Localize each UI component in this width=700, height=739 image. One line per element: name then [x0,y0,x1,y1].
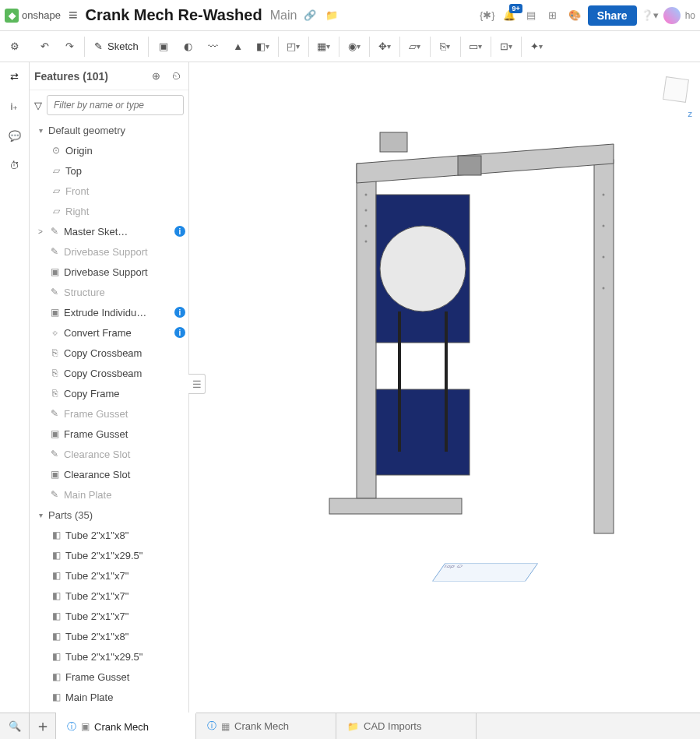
part-item[interactable]: ◧Tube 2"x1"x8" [30,626,188,646]
right-plane-item[interactable]: ▱Right [30,201,188,221]
document-title[interactable]: Crank Mech Re-Washed [86,6,262,24]
feature-item[interactable]: ▣Drivebase Support [30,262,188,282]
feature-item[interactable]: ⎘Copy Crossbeam [30,363,188,383]
sketch-label: Sketch [107,40,139,52]
sketch-button[interactable]: ✎ Sketch [88,35,145,58]
feature-filter-input[interactable] [47,95,184,115]
panel-title: Features (101) [34,70,143,83]
part-item[interactable]: ◧Tube 2"x1"x7" [30,565,188,586]
loft-button[interactable]: ▲ [227,35,250,58]
feature-item[interactable]: ✎Drivebase Support [30,241,188,262]
version-graph-icon[interactable]: {✱} [479,7,496,24]
properties-icon[interactable]: ▤ [522,7,540,24]
feature-item[interactable]: ▣Frame Gusset [30,424,188,444]
tab-search-icon[interactable]: 🔍 [0,713,30,739]
document-tab[interactable]: ⓘ▣Crank Mech [56,713,196,739]
svg-point-12 [365,241,368,243]
panel-toggle-icon[interactable]: ☰ [188,374,206,394]
revolve-button[interactable]: ◐ [177,35,200,58]
draft-button[interactable]: ▦▾ [312,35,336,58]
feature-item[interactable]: ✎Clearance Slot [30,444,188,464]
share-button[interactable]: Share [588,5,637,26]
link-icon[interactable]: 🔗 [301,7,318,24]
add-feature-rail-icon[interactable]: i₊ [5,97,24,115]
feature-item[interactable]: ✎Main Plate [30,484,188,505]
origin-item[interactable]: ⊙Origin [30,140,188,160]
svg-rect-3 [329,498,462,514]
svg-point-15 [603,256,605,259]
appearance-icon[interactable]: 🎨 [566,7,583,24]
feature-item[interactable]: ✎Frame Gusset [30,403,188,424]
folder-icon[interactable]: 📁 [323,7,340,24]
z-axis-label: z [688,109,693,118]
svg-rect-0 [357,164,376,498]
default-geometry-section[interactable]: ▾Default geometry [30,120,188,140]
graphics-view[interactable]: ☰ z Top ⊙ [189,62,700,713]
part-item[interactable]: ◧Tube 2"x1"x7" [30,606,188,626]
svg-rect-6 [376,389,470,475]
comments-rail-icon[interactable]: 💬 [5,126,24,145]
fillet-button[interactable]: ◰▾ [282,35,305,58]
undo-button[interactable]: ↶ [33,35,56,58]
part-item[interactable]: ◧Tube 2"x1"x7" [30,586,188,606]
brand-logo[interactable]: ◆ onshape [5,9,61,23]
svg-rect-1 [594,160,614,533]
transform-button[interactable]: ✥▾ [373,35,396,58]
part-item[interactable]: ◧Frame Gusset [30,667,188,687]
config-icon[interactable]: ⚙ [3,35,26,58]
info-icon: i [174,226,185,237]
svg-point-13 [603,194,605,196]
extrude-button[interactable]: ▣ [152,35,175,58]
apps-icon[interactable]: ⊞ [544,7,561,24]
front-plane-item[interactable]: ▱Front [30,181,188,201]
model-render [322,117,641,561]
feature-item[interactable]: ⎘Copy Crossbeam [30,343,188,363]
notifications-icon[interactable]: 🔔 [501,7,518,24]
derived-button[interactable]: ⎘▾ [434,35,457,58]
sweep-button[interactable]: 〰 [202,35,225,58]
user-avatar[interactable] [663,7,681,24]
part-item[interactable]: ◧1378N77_Crossed-… [30,707,188,713]
section-view-button[interactable]: ⊡▾ [494,35,518,58]
rollback-icon[interactable]: ⏲ [168,69,184,84]
feature-item[interactable]: ⎘Copy Frame [30,383,188,403]
document-tab[interactable]: 📁CAD Imports [336,713,477,739]
feature-item[interactable]: ▣Clearance Slot [30,464,188,484]
svg-point-16 [603,287,605,290]
feature-item[interactable]: ▣Extrude Individu…i [30,302,188,322]
document-tab[interactable]: ⓘ▦Crank Mech [196,713,336,739]
sheetmetal-button[interactable]: ▭▾ [464,35,487,58]
redo-button[interactable]: ↷ [58,35,81,58]
view-cube[interactable]: z [664,78,695,117]
menu-icon[interactable]: ≡ [65,6,81,24]
user-name: ho [685,10,695,21]
svg-point-10 [365,209,368,212]
part-item[interactable]: ◧Tube 2"x1"x29.5" [30,545,188,565]
top-plane-indicator: Top ⊙ [432,564,538,582]
thicken-button[interactable]: ◧▾ [252,35,275,58]
part-item[interactable]: ◧Tube 2"x1"x29.5" [30,646,188,667]
svg-point-14 [603,225,605,227]
filter-icon[interactable]: ▽ [34,100,42,111]
feature-tree[interactable]: ▾Default geometry ⊙Origin ▱Top ▱Front ▱R… [30,120,188,713]
feature-item[interactable]: ⟐Convert Framei [30,322,188,343]
add-tab-button[interactable]: ＋ [30,713,56,739]
svg-rect-8 [458,156,481,175]
info-icon: i [174,327,185,338]
plane-button[interactable]: ▱▾ [403,35,427,58]
part-item[interactable]: ◧Tube 2"x1"x8" [30,525,188,545]
boolean-button[interactable]: ◉▾ [343,35,366,58]
svg-rect-7 [380,132,407,152]
insert-feature-icon[interactable]: ⊕ [148,69,164,84]
history-rail-icon[interactable]: ⏱ [5,156,24,174]
parts-section[interactable]: ▾Parts (35) [30,505,188,525]
feature-item[interactable]: >✎Master Sket…i [30,221,188,241]
svg-point-9 [365,194,368,196]
feature-item[interactable]: ✎Structure [30,282,188,302]
features-rail-icon[interactable]: ⇄ [5,67,24,86]
top-plane-item[interactable]: ▱Top [30,160,188,181]
custom-feature-button[interactable]: ✦▾ [525,35,548,58]
help-icon[interactable]: ❔▾ [642,7,659,24]
branch-label[interactable]: Main [270,9,297,23]
part-item[interactable]: ◧Main Plate [30,687,188,707]
